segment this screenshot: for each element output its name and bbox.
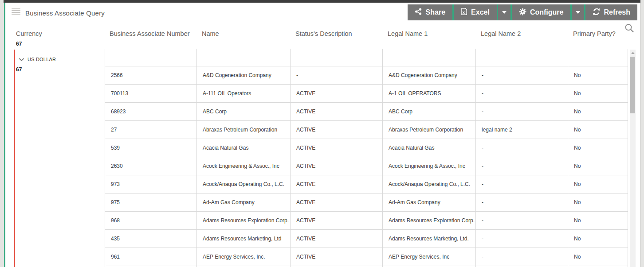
refresh-button-label: Refresh — [604, 8, 630, 16]
table-cell: AEP Energy Services, Inc. — [197, 248, 291, 266]
table-cell[interactable] — [105, 49, 197, 66]
configure-button[interactable]: Configure — [512, 4, 571, 20]
table-row[interactable]: 435Adams Resources Marketing, LtdACTIVEA… — [105, 230, 628, 248]
table-cell: ACTIVE — [291, 103, 383, 121]
refresh-button[interactable]: Refresh — [585, 4, 637, 20]
table-cell: Acock/Anaqua Operating Co., L.C. — [383, 175, 476, 193]
table-cell: 973 — [105, 175, 197, 193]
table: 2566A&D Cogeneration Company-A&D Cogener… — [105, 49, 628, 267]
table-cell: ACTIVE — [291, 248, 383, 266]
table-cell[interactable] — [383, 49, 476, 66]
column-header[interactable]: Primary Party? — [568, 30, 628, 37]
table-cell: 961 — [105, 248, 197, 266]
page-title: Business Associate Query — [25, 9, 105, 17]
table-cell: ACTIVE — [291, 230, 383, 248]
table-cell: - — [476, 193, 568, 212]
column-header[interactable]: Status's Description — [291, 30, 383, 37]
table-cell: No — [568, 66, 628, 85]
table-cell: AEP Energy Services, Inc — [383, 248, 476, 266]
title-bar: Business Associate Query Share — [5, 3, 640, 25]
currency-group: US DOLLAR 67 — [14, 50, 98, 267]
table-cell[interactable] — [291, 49, 383, 66]
scrollbar-thumb[interactable] — [630, 57, 635, 113]
table-cell: - — [476, 175, 568, 193]
currency-group-label: US DOLLAR — [27, 57, 56, 62]
table-cell: 435 — [105, 230, 197, 248]
table-cell: ABC Corp — [197, 103, 291, 121]
table-cell: A-1 OIL OPERATORS — [383, 85, 476, 103]
table-cell: Ad-Am Gas Company — [383, 193, 476, 212]
table-cell: legal name 2 — [476, 121, 568, 139]
table-cell: - — [476, 103, 568, 121]
table-cell: - — [476, 212, 568, 230]
filter-row[interactable] — [105, 49, 628, 66]
column-header[interactable]: Legal Name 1 — [383, 30, 476, 37]
table-cell: No — [568, 193, 628, 212]
table-cell[interactable] — [568, 49, 628, 66]
table-row[interactable]: 2630Acock Engineering & Assoc., IncACTIV… — [105, 157, 628, 175]
table-cell: 968 — [105, 212, 197, 230]
table-cell: ABC Corp — [383, 103, 476, 121]
table-row[interactable]: 975Ad-Am Gas CompanyACTIVEAd-Am Gas Comp… — [105, 193, 628, 212]
table-row[interactable]: 968Adams Resources Exploration Corp.ACTI… — [105, 212, 628, 230]
chevron-down-icon — [576, 11, 580, 14]
share-button[interactable]: Share — [408, 4, 452, 20]
table-cell: No — [568, 121, 628, 139]
table-cell: - — [476, 248, 568, 266]
table-cell: - — [476, 139, 568, 157]
table-cell: A-111 OIL Operators — [197, 85, 291, 103]
table-cell: Acock Engineering & Assoc., Inc — [383, 157, 476, 175]
excel-file-icon — [461, 8, 467, 17]
table-cell: No — [568, 139, 628, 157]
table-cell[interactable] — [476, 49, 568, 66]
table-cell: Adams Resources Exploration Corp. — [383, 212, 476, 230]
table-cell: Abraxas Petroleum Corporation — [197, 121, 291, 139]
table-cell: 68923 — [105, 103, 197, 121]
share-button-label: Share — [426, 8, 445, 16]
table-cell: ACTIVE — [291, 139, 383, 157]
table-row[interactable]: 2566A&D Cogeneration Company-A&D Cogener… — [105, 66, 628, 85]
table-cell: 539 — [105, 139, 197, 157]
table-cell: ACTIVE — [291, 175, 383, 193]
table-cell: 2630 — [105, 157, 197, 175]
column-header[interactable]: Name — [197, 30, 291, 37]
toolbar: Share Excel — [408, 4, 637, 20]
table-cell: No — [568, 175, 628, 193]
table-cell: - — [476, 157, 568, 175]
chevron-down-icon — [19, 55, 24, 63]
table-column-headers: Business Associate NumberNameStatus's De… — [105, 30, 628, 37]
table-row[interactable]: 68923ABC CorpACTIVEABC Corp-No — [105, 103, 628, 121]
table-row[interactable]: 961AEP Energy Services, Inc.ACTIVEAEP En… — [105, 248, 628, 266]
menu-icon[interactable] — [12, 8, 20, 15]
table-row[interactable]: 973Acock/Anaqua Operating Co., L.C.ACTIV… — [105, 175, 628, 193]
table-cell: No — [568, 248, 628, 266]
table-row[interactable]: 700113A-111 OIL OperatorsACTIVEA-1 OIL O… — [105, 85, 628, 103]
table-cell: Acock Engineering & Assoc., Inc — [197, 157, 291, 175]
vertical-scrollbar[interactable] — [630, 50, 636, 267]
share-icon — [415, 8, 422, 17]
gear-icon — [519, 8, 526, 17]
table-cell: ACTIVE — [291, 121, 383, 139]
table-cell: Acacia Natural Gas — [197, 139, 291, 157]
scroll-up-arrow-icon[interactable] — [630, 50, 636, 56]
business-associate-query-panel: Business Associate Query Share — [4, 3, 640, 267]
excel-button-label: Excel — [471, 8, 490, 16]
table-cell[interactable] — [197, 49, 291, 66]
excel-button[interactable]: Excel — [454, 4, 497, 20]
excel-dropdown-button[interactable] — [498, 4, 510, 20]
table-cell: Adams Resources Exploration Corp. — [197, 212, 291, 230]
table-cell: No — [568, 230, 628, 248]
table-cell: No — [568, 103, 628, 121]
column-header[interactable]: Business Associate Number — [105, 30, 197, 37]
table-row[interactable]: 539Acacia Natural GasACTIVEAcacia Natura… — [105, 139, 628, 157]
table-cell: - — [291, 66, 383, 85]
column-header[interactable]: Legal Name 2 — [476, 30, 568, 37]
chevron-down-icon — [502, 11, 507, 14]
table-cell: Adams Resources Marketing, Ltd. — [383, 230, 476, 248]
currency-group-us-dollar[interactable]: US DOLLAR — [16, 50, 98, 63]
table-row[interactable]: 27Abraxas Petroleum CorporationACTIVEAbr… — [105, 121, 628, 139]
configure-dropdown-button[interactable] — [572, 4, 584, 20]
table-cell: ACTIVE — [291, 157, 383, 175]
table-cell: 700113 — [105, 85, 197, 103]
table-cell: 2566 — [105, 66, 197, 85]
